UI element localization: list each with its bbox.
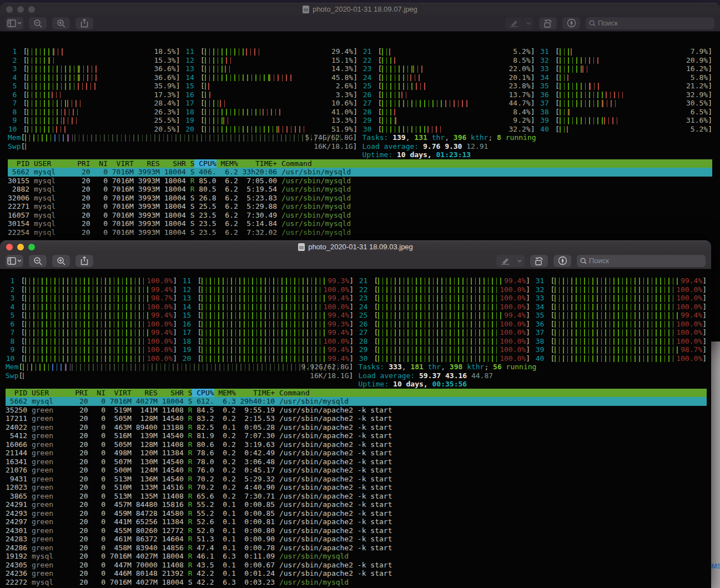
- meter-ticks: [445, 100, 469, 107]
- meter-ticks: [560, 126, 567, 133]
- minimize-button[interactable]: [17, 6, 24, 13]
- cpu-number: 29: [362, 116, 371, 125]
- close-button[interactable]: [6, 6, 13, 13]
- share-button[interactable]: [75, 17, 93, 29]
- process-row: 32006mysql2007016M3993M18004S26.86.25:23…: [8, 194, 712, 203]
- cpu-number: 29: [359, 345, 367, 354]
- minimize-button[interactable]: [17, 244, 24, 250]
- cell-virt: 7016M: [108, 177, 134, 185]
- cell-res: 128M: [132, 414, 158, 423]
- titlebar[interactable]: photo_2020-01-31 18.09.03.jpeg: [0, 240, 711, 253]
- highlight-pen-button[interactable]: [496, 255, 514, 267]
- info-segment: running: [502, 363, 537, 371]
- cpu-meter-row: 5[99.4%]15[99.4%]25[99.4%]35[99.4%]: [6, 311, 707, 320]
- cell-user: mysql: [32, 578, 71, 587]
- rotate-left-button[interactable]: [530, 255, 548, 267]
- cpu-meter-bar: 26.3%: [27, 108, 175, 117]
- fullscreen-button[interactable]: [28, 6, 35, 13]
- cpu-meter-bar: 99.4%: [25, 285, 173, 294]
- rotate-left-button[interactable]: [539, 17, 557, 29]
- cpu-percent: 32.2%: [509, 125, 531, 134]
- cell-cpu: 80.6: [192, 440, 214, 449]
- htop-output: 1[100.0%]11[99.3%]21[99.4%]31[99.4%]2[99…: [6, 277, 707, 586]
- memory-meter: Mem[9.92G/62.8G]: [6, 363, 353, 371]
- cell-s: R: [184, 552, 193, 561]
- cpu-number: 40: [540, 125, 549, 134]
- cell-cmd: /usr/sbin/apache2 -k start: [279, 440, 707, 449]
- meter-ticks: [582, 66, 591, 73]
- cell-shr: 18004: [160, 219, 186, 228]
- cpu-meter-bar: 32.2%: [382, 125, 530, 134]
- cell-mem: 0.2: [214, 475, 236, 484]
- markup-button[interactable]: [553, 255, 571, 267]
- cell-pid: 21144: [6, 449, 27, 458]
- highlight-pen-menu-button[interactable]: [515, 255, 525, 267]
- htop-output: 1[18.5%]11[29.4%]21[5.2%]31[7.9%]2[15.3%…: [8, 47, 712, 237]
- cpu-meter-bar: 32.9%: [560, 91, 708, 99]
- cell-shr: 14856: [158, 544, 184, 552]
- zoom-in-button[interactable]: [52, 17, 70, 29]
- cpu-percent: 44.7%: [509, 99, 531, 108]
- highlight-pen-button[interactable]: [505, 17, 523, 29]
- search-input[interactable]: [598, 19, 711, 27]
- cell-pid: 17211: [6, 414, 27, 423]
- cpu-meter-bar: 5.2%: [560, 125, 708, 134]
- zoom-out-button[interactable]: [29, 17, 47, 29]
- cell-cmd: /usr/sbin/mysqld: [279, 578, 707, 587]
- search-field[interactable]: [577, 255, 706, 267]
- share-button[interactable]: [75, 255, 93, 267]
- cell-shr: 18004: [158, 578, 184, 587]
- cell-ni: 0: [88, 535, 105, 544]
- search-input[interactable]: [589, 257, 702, 265]
- cpu-meter-row: 1[18.5%]11[29.4%]21[5.2%]31[7.9%]: [8, 47, 712, 56]
- cpu-percent: 9.2%: [513, 116, 530, 125]
- cell-ni: 0: [88, 440, 105, 449]
- cell-pri: 20: [71, 440, 88, 449]
- markup-button[interactable]: [562, 17, 580, 29]
- cpu-number: 38: [540, 108, 549, 117]
- zoom-out-button[interactable]: [29, 255, 47, 267]
- cell-cpu: 47.4: [192, 544, 214, 552]
- search-field[interactable]: [586, 17, 714, 29]
- cell-s: S: [186, 168, 195, 177]
- meter-ticks: [560, 66, 582, 73]
- cell-s: S: [184, 578, 193, 587]
- cpu-meter-bar: 10.6%: [205, 99, 353, 108]
- process-row: 30154mysql2007016M3993M18004S23.56.25:14…: [8, 219, 712, 228]
- cpu-number: 35: [535, 311, 544, 320]
- cell-user: mysql: [34, 202, 73, 211]
- close-button[interactable]: [6, 244, 13, 250]
- info-segment: 139: [392, 133, 405, 142]
- cpu-meter-bar: 2.6%: [205, 82, 353, 91]
- meter-ticks: [560, 100, 602, 107]
- cpu-meter: 13[99.4%]: [182, 294, 354, 303]
- meter-ticks: [52, 92, 61, 99]
- meter-ticks: [560, 117, 604, 124]
- sidebar-view-button[interactable]: [6, 255, 23, 267]
- preview-window-front[interactable]: photo_2020-01-31 18.09.03.jpeg: [0, 240, 711, 588]
- cell-cpu: 23.5: [194, 211, 216, 220]
- zoom-in-button[interactable]: [52, 255, 70, 267]
- cpu-meter: 2[99.4%]: [6, 285, 177, 294]
- sidebar-view-button[interactable]: [6, 17, 23, 29]
- titlebar[interactable]: photo_2020-01-31 18.09.07.jpeg: [0, 3, 720, 15]
- cell-pri: 20: [71, 492, 88, 501]
- fullscreen-button[interactable]: [28, 244, 35, 250]
- cell-mem: 0.1: [214, 569, 236, 578]
- cell-mem: 0.1: [214, 423, 236, 432]
- process-row: 24293green200459M8472814580R55.20.10:00.…: [6, 509, 707, 518]
- cell-user: mysql: [34, 177, 73, 185]
- process-row: 35250green200519M141M11408R84.50.29:55.1…: [6, 406, 707, 415]
- cpu-percent: 20.5%: [154, 125, 176, 134]
- cell-ni: 0: [88, 466, 105, 475]
- cpu-meter-bar: 100.0%: [555, 303, 702, 311]
- cpu-number: 38: [535, 337, 544, 346]
- cell-pid: 30154: [8, 219, 29, 228]
- cpu-meter: 8[100.0%]: [6, 337, 177, 346]
- process-row: 22271mysql2007016M3993M18004S25.56.25:29…: [8, 202, 712, 211]
- cpu-meter: 16[3.3%]: [185, 91, 358, 99]
- cell-pri: 20: [73, 202, 90, 211]
- highlight-pen-menu-button[interactable]: [523, 17, 533, 29]
- cell-user: mysql: [32, 552, 71, 561]
- cell-shr: 21392: [158, 569, 184, 578]
